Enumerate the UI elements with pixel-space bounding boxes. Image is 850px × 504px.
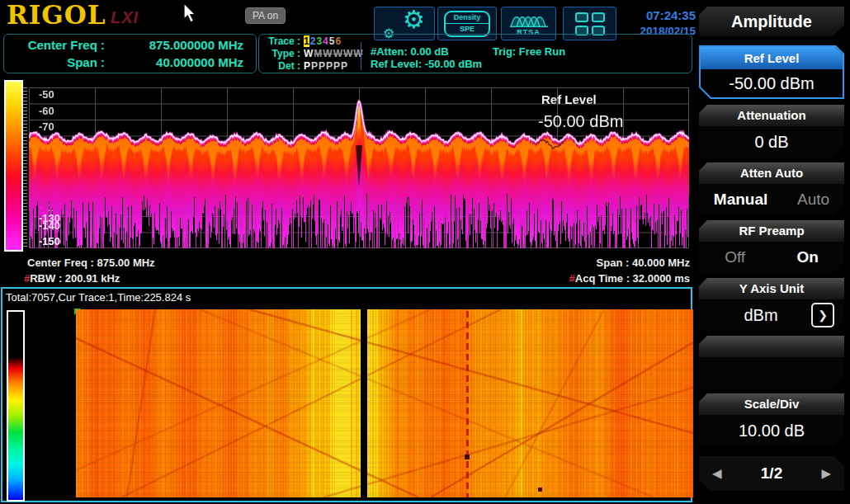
trace-select-4[interactable]: 4 — [323, 35, 328, 47]
rigol-logo: RIGOL — [7, 0, 106, 30]
trace-select-3[interactable]: 3 — [316, 35, 322, 47]
spectrogram-window: Total:7057,Cur Trace:1,Time:225.824 s — [1, 287, 692, 502]
trace-select-2[interactable]: 2 — [310, 35, 316, 47]
density-colorbar — [4, 80, 23, 252]
spectrogram-canvas[interactable] — [76, 309, 693, 497]
trace-matrix: Trace :123456 Type :WMWWWW Det :PPPPPP — [262, 35, 364, 73]
softkey-atten-auto[interactable]: Atten Auto Manual Auto — [699, 163, 844, 215]
ref-level-overlay-value: -50.00 dBm — [538, 112, 623, 131]
menu-title: Amplitude — [699, 7, 844, 36]
trace-type-2: M — [314, 48, 322, 59]
trigger-readout: Trig: Free Run — [493, 45, 565, 58]
softkey-y-axis-unit[interactable]: Y Axis Unit dBm ❯ — [699, 278, 844, 331]
scale-div-value: 10.00 dB — [699, 415, 844, 446]
softkey-ref-level[interactable]: Ref Level -50.00 dBm — [699, 45, 844, 99]
frequency-readout-panel: Center Freq : 875.000000 MHz Span : 40.0… — [3, 34, 257, 73]
trace-det-2: P — [311, 60, 318, 72]
trace-det-3: P — [319, 60, 325, 72]
atten-readout: #Atten: 0.00 dB — [371, 45, 449, 58]
softkey-scale-div[interactable]: Scale/Div 10.00 dB — [699, 393, 844, 446]
rf-preamp-off-option[interactable]: Off — [725, 248, 745, 266]
atten-auto-auto-option[interactable]: Auto — [797, 191, 829, 209]
footer-span: Span : 40.000 MHz — [413, 257, 690, 270]
trace-type-4: W — [333, 48, 342, 59]
info-divider — [361, 42, 361, 70]
scale-div-label: Scale/Div — [699, 393, 844, 415]
pager-next-icon[interactable]: ▶ — [821, 466, 831, 481]
trace-type-5: W — [343, 48, 352, 59]
trace-det-1: P — [304, 60, 310, 72]
span-label: Span : — [4, 54, 105, 71]
time: 07:24:35 — [617, 7, 696, 23]
rf-preamp-label: RF Preamp — [699, 220, 844, 242]
mouse-cursor — [183, 2, 198, 24]
ref-level-label: Ref Level — [701, 47, 843, 69]
softkey-attenuation[interactable]: Attenuation 0 dB — [699, 105, 844, 158]
ref-level-readout: Ref Level: -50.00 dBm — [371, 58, 482, 70]
trace-type-3: W — [323, 48, 332, 59]
rf-preamp-on-option[interactable]: On — [796, 248, 818, 266]
atten-auto-manual-option[interactable]: Manual — [714, 191, 767, 209]
atten-auto-label: Atten Auto — [699, 163, 844, 184]
trace-select-6[interactable]: 6 — [335, 35, 341, 47]
trace-det-6: P — [341, 60, 347, 72]
spectrogram-status: Total:7057,Cur Trace:1,Time:225.824 s — [6, 291, 191, 304]
footer-rbw: #RBW : 200.91 kHz — [24, 272, 120, 285]
pager-prev-icon[interactable]: ◀ — [712, 466, 722, 481]
trace-row-label: Trace : — [262, 35, 300, 48]
menu-pager: ◀ 1/2 ▶ — [699, 456, 844, 491]
y-axis-unit-value: dBm — [699, 306, 811, 325]
trace-type-1: W — [304, 48, 313, 59]
trace-select-1[interactable]: 1 — [304, 35, 309, 47]
ref-level-overlay-label: Ref Level — [541, 92, 597, 106]
softkey-rf-preamp[interactable]: RF Preamp Off On — [699, 220, 844, 273]
y-axis-tick-strip — [23, 87, 27, 248]
attenuation-label: Attenuation — [699, 105, 844, 126]
window-grid-icon — [575, 12, 605, 35]
attenuation-value: 0 dB — [699, 126, 844, 158]
pa-on-badge: PA on — [245, 7, 286, 24]
span-value: 40.000000 MHz — [105, 54, 243, 71]
submenu-chevron-icon[interactable]: ❯ — [811, 303, 834, 327]
ref-level-value: -50.00 dBm — [701, 69, 843, 97]
trace-det-5: P — [333, 60, 340, 72]
type-row-label: Type : — [262, 48, 300, 60]
softkey-menu: Amplitude Ref Level -50.00 dBm Attenuati… — [696, 0, 850, 504]
footer-center-freq: Center Freq : 875.00 MHz — [27, 257, 155, 270]
density-spe-icon: Density SPE — [444, 11, 490, 37]
spectrogram-colorbar — [7, 310, 25, 502]
rtsa-analyzer-screen: RIGOL LXI PA on ⚙ ⚙ Density SPE RTSA 07: — [0, 0, 850, 504]
lxi-logo: LXI — [111, 8, 139, 27]
softkey-empty — [699, 336, 844, 389]
pager-page-label: 1/2 — [761, 464, 782, 483]
center-freq-value: 875.000000 MHz — [105, 37, 243, 54]
trace-det-4: P — [326, 60, 333, 72]
det-row-label: Det : — [262, 60, 300, 73]
y-axis-unit-label: Y Axis Unit — [699, 278, 844, 299]
rtsa-waveform-icon — [510, 11, 548, 27]
trace-select-5[interactable]: 5 — [329, 35, 335, 47]
center-freq-label: Center Freq : — [4, 37, 105, 54]
footer-acq-time: #Acq Time : 32.0000 ms — [413, 272, 690, 285]
